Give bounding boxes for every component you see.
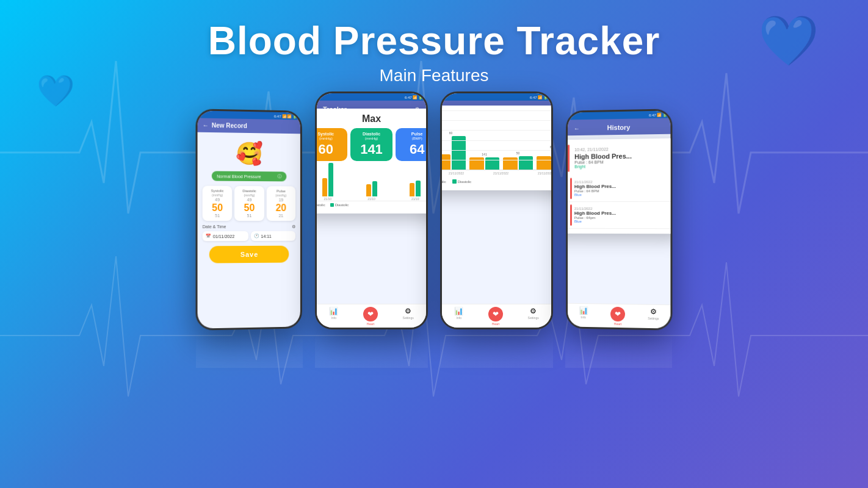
phone-3-bottom-nav: 📊 Info ❤ Heart ⚙ Settings [442,304,551,328]
page-subtitle: Main Features [0,66,868,85]
back-icon[interactable]: ← [203,122,209,129]
info-4-icon: 📊 [579,306,588,315]
phone-4-screen: 6:47 📶 🔋 ← History 55 80 [568,110,670,328]
popup-metrics: Systolic (mmHg) 60 Diastolic (mmHg) 141 … [317,128,426,161]
save-button[interactable]: Save [209,246,289,264]
systolic-card: Systolic (mmHg) 49 50 51 [203,186,233,221]
settings-3-nav-icon: ⚙ [530,307,537,315]
phone-1-content: 🥰 Normal Blood Pressure ⓘ Systolic (mmHg… [198,132,300,329]
history-popup: 60 50 10:42, 21/11/2022 High Blood Pres.… [568,138,670,234]
page-header: Blood Pressure Tracker Main Features [0,0,868,85]
nav-settings[interactable]: ⚙ Settings [403,307,414,326]
chart-legend: Systolic Diastolic [317,201,426,209]
phone-4-appbar: ← History [568,118,670,135]
phone-4-bottom-nav: 📊 Info ❤ Heart ⚙ Settings [568,303,670,329]
date-field[interactable]: 📅 01/11/2022 [203,231,248,241]
phone-3-reflection [440,331,553,368]
phone-1: 6:47 📶 📶 🔋 ← New Record 🥰 Normal Blood P… [195,109,302,330]
tracker-chart-popup: 500 250 200 150 100 50 0 [442,106,551,190]
diastolic-metric: Diastolic (mmHg) 141 [350,128,393,161]
popup-chart: 21/10 21/10 [317,165,426,201]
tracker-popup: ◀ Max ▶ Systolic (mmHg) 60 Diastolic (mm… [317,109,426,214]
phone-3-wrapper: 6:47 📶 🔋 Tracker ⚙ 500 250 200 150 [440,92,553,368]
chart-with-yaxis: 500 250 200 150 100 50 0 [442,110,551,178]
time-field[interactable]: 🕐 14:11 [250,231,295,241]
heart-icon-wrap: 🥰 [203,140,295,167]
pulse-metric: Pulse (BMP) 64 [396,128,426,161]
history-item-2: 75 83 21/11/2022 High Blood Pres... Puls… [568,202,670,229]
nav-info[interactable]: 📊 Info [329,307,338,326]
systolic-metric: Systolic (mmHg) 60 [317,128,347,161]
nav-4-heart[interactable]: ❤ Heart [610,307,625,326]
phone-3-status-bar: 6:47 📶 🔋 [442,93,551,101]
nav-4-settings[interactable]: ⚙ Settings [648,307,659,327]
page-title: Blood Pressure Tracker [0,18,868,63]
heart-icon: 🥰 [236,141,263,167]
heart-4-nav-icon: ❤ [610,307,625,321]
nav-3-settings[interactable]: ⚙ Settings [528,307,539,326]
phone-2-screen: 6:47 📶 🔋 Tracker ⚙ [317,93,426,328]
nav-3-heart[interactable]: ❤ Heart [488,307,503,326]
info-icon: 📊 [329,307,338,315]
phone-3-screen: 6:47 📶 🔋 Tracker ⚙ 500 250 200 150 [442,93,551,328]
history-item-1: 143 60 21/11/2022 High Blood Pres... Pul… [568,174,670,202]
popup-info: 10:42, 21/11/2022 High Blood Pres... Pul… [574,146,665,169]
settings-4-nav-icon: ⚙ [650,307,657,316]
phone-1-wrapper: 6:47 📶 📶 🔋 ← New Record 🥰 Normal Blood P… [196,110,303,368]
large-chart-legend: Systolic Diastolic [442,178,551,185]
phone-2-wrapper: 6:47 📶 🔋 Tracker ⚙ [315,92,428,368]
heart-3-nav-icon: ❤ [488,307,503,321]
nav-heart[interactable]: ❤ Heart [363,307,378,326]
phone-1-screen: 6:47 📶 📶 🔋 ← New Record 🥰 Normal Blood P… [198,110,300,328]
calendar-icon: 📅 [206,234,211,239]
back-4-icon[interactable]: ← [574,125,580,132]
nav-4-info[interactable]: 📊 Info [579,306,588,325]
diastolic-card: Diastolic (mmHg) 49 50 51 [234,186,264,221]
info-3-icon: 📊 [454,307,463,315]
bp-badge: Normal Blood Pressure ⓘ [212,171,286,181]
phone-2: 6:47 📶 🔋 Tracker ⚙ [315,92,428,329]
phone-4-wrapper: 6:47 📶 🔋 ← History 55 80 [565,110,672,368]
clock-icon: 🕐 [253,234,259,239]
phone-3: 6:47 📶 🔋 Tracker ⚙ 500 250 200 150 [440,92,553,329]
phone-1-appbar: ← New Record [198,118,300,134]
phone-4: 6:47 📶 🔋 ← History 55 80 [566,109,672,330]
settings-nav-icon: ⚙ [405,307,411,315]
phone-2-bottom-nav: 📊 Info ❤ Heart ⚙ Settings [317,304,426,328]
nav-3-info[interactable]: 📊 Info [454,307,463,326]
phone-2-reflection [315,331,428,368]
phone-4-reflection [565,331,672,368]
appbar-title: New Record [212,122,247,129]
history-list: 143 60 21/11/2022 High Blood Pres... Pul… [568,174,670,229]
datetime-section: Date & Time ⚙ 📅 01/11/2022 🕐 14:11 [203,224,295,241]
phone-2-status-bar: 6:47 📶 🔋 [317,93,426,101]
readings-row: Systolic (mmHg) 49 50 51 Diastolic (mmHg… [203,186,295,221]
phone-1-reflection [196,331,303,368]
heart-nav-icon: ❤ [363,307,378,321]
phones-container: 6:47 📶 📶 🔋 ← New Record 🥰 Normal Blood P… [0,85,868,368]
chart-bars-area: 60 141 [442,110,551,178]
pulse-card: Pulse (mmHg) 19 20 21 [266,186,295,221]
